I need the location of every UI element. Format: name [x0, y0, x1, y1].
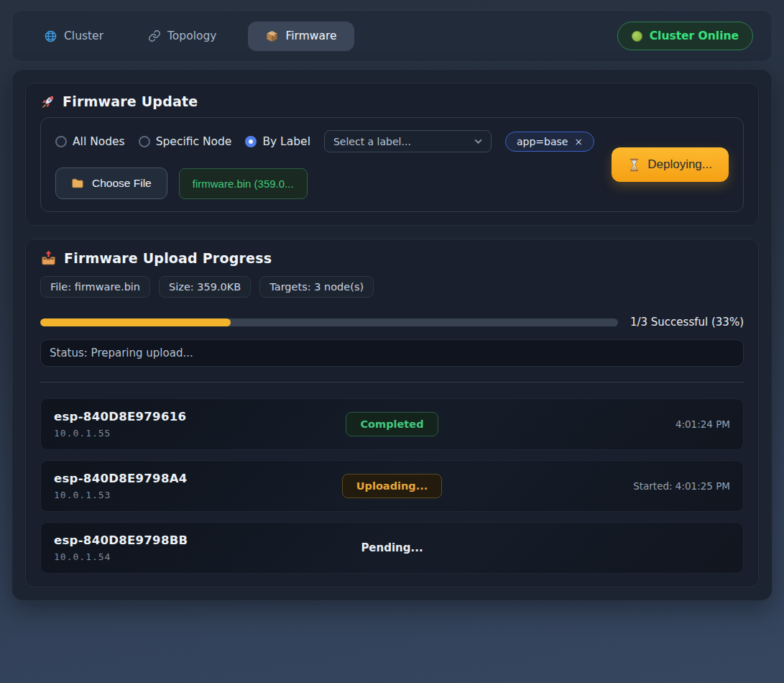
- package-icon: [265, 29, 279, 43]
- tab-label: Firmware: [285, 29, 336, 42]
- node-name: esp-840D8E9798BB: [54, 533, 361, 547]
- tag-remove-icon[interactable]: ×: [574, 136, 582, 147]
- node-list: esp-840D8E979616 10.0.1.55 Completed 4:0…: [40, 398, 744, 574]
- node-row: esp-840D8E9798A4 10.0.1.53 Uploading... …: [40, 460, 744, 512]
- label-tag: app=base ×: [505, 132, 594, 152]
- tab-label: Topology: [167, 29, 216, 42]
- progress-fill: [40, 318, 231, 326]
- firmware-update-card: Firmware Update All Nodes Specific Node …: [25, 83, 759, 226]
- radio-label: Specific Node: [156, 135, 232, 148]
- upload-tray-icon: [40, 249, 57, 266]
- radio-circle[interactable]: [55, 136, 67, 147]
- node-time: 4:01:24 PM: [438, 418, 730, 430]
- link-icon: [148, 29, 161, 42]
- node-name: esp-840D8E9798A4: [54, 472, 342, 485]
- progress-label: 1/3 Successful (33%): [630, 316, 744, 329]
- node-name: esp-840D8E979616: [54, 410, 346, 423]
- label-select[interactable]: Select a label...: [324, 130, 492, 152]
- main-container: Firmware Update All Nodes Specific Node …: [11, 69, 773, 601]
- progress-row: 1/3 Successful (33%): [40, 316, 744, 329]
- status-badge-uploading: Uploading...: [342, 474, 442, 498]
- card-title-text: Firmware Update: [63, 93, 198, 109]
- top-nav: Cluster Topology Firmware Cluster Online: [11, 10, 773, 62]
- radio-specific-node[interactable]: Specific Node: [139, 135, 232, 148]
- size-badge: Size: 359.0KB: [159, 276, 251, 298]
- radio-label: By Label: [262, 135, 310, 148]
- node-row: esp-840D8E979616 10.0.1.55 Completed 4:0…: [40, 398, 744, 450]
- rocket-icon: [40, 94, 55, 109]
- cluster-online-label: Cluster Online: [650, 29, 739, 42]
- status-line: Status: Preparing upload...: [40, 339, 744, 367]
- choose-file-button[interactable]: Choose File: [55, 168, 167, 199]
- node-ip: 10.0.1.54: [54, 551, 361, 562]
- status-badge-completed: Completed: [346, 412, 438, 436]
- meta-badges-row: File: firmware.bin Size: 359.0KB Targets…: [40, 276, 744, 298]
- folder-icon: [71, 178, 84, 189]
- tab-firmware[interactable]: Firmware: [248, 22, 354, 51]
- node-time: Started: 4:01:25 PM: [442, 480, 730, 492]
- radio-label: All Nodes: [73, 135, 125, 148]
- label-tag-text: app=base: [517, 136, 568, 147]
- tab-cluster[interactable]: Cluster: [31, 22, 116, 51]
- selected-file-chip[interactable]: firmware.bin (359.0...: [179, 168, 308, 199]
- deploy-button[interactable]: Deploying...: [612, 147, 729, 182]
- globe-icon: [44, 29, 57, 43]
- green-dot-icon: [632, 31, 642, 42]
- radio-by-label[interactable]: By Label: [245, 135, 310, 148]
- choose-file-label: Choose File: [92, 177, 152, 190]
- progress-bar: [40, 318, 618, 326]
- card-title-text: Firmware Upload Progress: [64, 250, 272, 266]
- selected-file-label: firmware.bin (359.0...: [193, 178, 294, 190]
- firmware-update-title: Firmware Update: [40, 93, 744, 109]
- upload-progress-card: Firmware Upload Progress File: firmware.…: [25, 239, 759, 587]
- status-text-pending: Pending...: [361, 541, 423, 554]
- file-badge: File: firmware.bin: [40, 276, 150, 298]
- tab-topology[interactable]: Topology: [135, 22, 229, 50]
- radio-circle[interactable]: [139, 136, 150, 147]
- hourglass-icon: [628, 158, 640, 172]
- upload-progress-title: Firmware Upload Progress: [40, 249, 744, 266]
- target-mode-row: All Nodes Specific Node By Label Select …: [55, 130, 597, 152]
- node-ip: 10.0.1.53: [54, 490, 342, 500]
- node-ip: 10.0.1.55: [54, 428, 346, 439]
- node-row: esp-840D8E9798BB 10.0.1.54 Pending...: [40, 522, 744, 574]
- divider: [40, 382, 744, 382]
- file-row: Choose File firmware.bin (359.0...: [55, 168, 597, 199]
- deploy-button-label: Deploying...: [647, 157, 712, 172]
- targets-badge: Targets: 3 node(s): [259, 276, 374, 298]
- radio-all-nodes[interactable]: All Nodes: [55, 135, 125, 148]
- tab-label: Cluster: [64, 29, 103, 42]
- update-form-panel: All Nodes Specific Node By Label Select …: [40, 117, 744, 212]
- cluster-online-badge: Cluster Online: [617, 22, 753, 50]
- label-select-placeholder: Select a label...: [333, 136, 411, 147]
- chevron-down-icon: [474, 139, 482, 144]
- radio-circle-checked[interactable]: [245, 136, 257, 147]
